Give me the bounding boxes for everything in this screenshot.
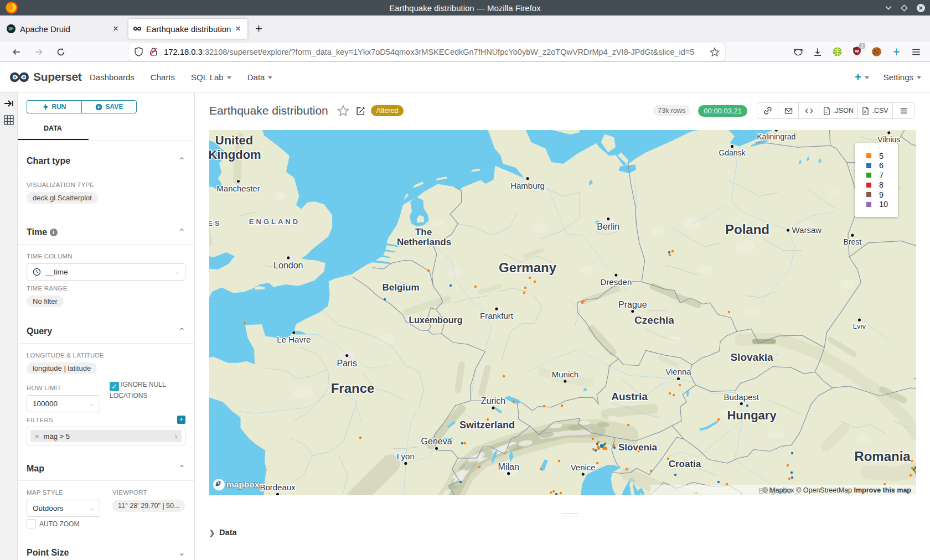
svg-text:London: London [273,261,303,270]
svg-text:The: The [415,227,432,237]
svg-text:mapbox: mapbox [226,480,260,489]
svg-text:Budapest: Budapest [724,392,760,402]
svg-text:United: United [215,133,253,147]
svg-text:Slovakia: Slovakia [730,351,773,363]
svg-text:Berlin: Berlin [597,222,619,231]
svg-text:Dresden: Dresden [601,277,632,287]
svg-text:Venice: Venice [571,463,596,472]
svg-text:Luxembourg: Luxembourg [409,315,463,325]
svg-text:Munich: Munich [552,370,578,379]
svg-text:Austria: Austria [611,391,648,402]
svg-text:Kaliningrad: Kaliningrad [757,132,795,141]
svg-text:Belgium: Belgium [382,282,419,293]
svg-text:Prague: Prague [618,300,647,309]
svg-text:Warsaw: Warsaw [792,225,822,235]
svg-text:Kingdom: Kingdom [209,148,261,162]
svg-text:© Mapbox © OpenStreetMap Impro: © Mapbox © OpenStreetMap Improve this ma… [762,486,911,494]
svg-text:ES: ES [209,219,222,227]
svg-text:Hamburg: Hamburg [510,181,545,190]
svg-text:Switzerland: Switzerland [459,419,515,431]
svg-text:Hungary: Hungary [727,408,777,422]
svg-text:w: w [854,48,859,54]
svg-text:Slovenia: Slovenia [618,442,657,453]
svg-text:Romania: Romania [854,449,911,464]
svg-text:ENGLAND: ENGLAND [249,217,300,226]
svg-text:Le Havre: Le Havre [277,335,311,344]
svg-text:Lyon: Lyon [397,452,415,461]
svg-text:Czechia: Czechia [634,314,674,326]
svg-text:France: France [331,381,375,396]
svg-text:Poland: Poland [725,222,769,237]
svg-text:Vilnius: Vilnius [877,135,900,144]
svg-text:Vienna: Vienna [665,367,691,376]
svg-text:Croatia: Croatia [669,459,701,469]
svg-text:Frankfurt: Frankfurt [480,311,514,320]
svg-text:Manchester: Manchester [216,184,260,193]
svg-text:Gdansk: Gdansk [719,148,746,157]
svg-text:Geneva: Geneva [421,437,452,446]
svg-text:Brest: Brest [843,237,861,246]
svg-text:Bordeaux: Bordeaux [260,483,296,492]
svg-text:Paris: Paris [337,359,356,368]
svg-text:Lviv: Lviv [853,322,866,330]
svg-text:Netherlands: Netherlands [397,237,451,247]
svg-text:Germany: Germany [499,260,557,275]
svg-text:Milan: Milan [498,462,519,471]
svg-text:Zurich: Zurich [481,396,505,406]
